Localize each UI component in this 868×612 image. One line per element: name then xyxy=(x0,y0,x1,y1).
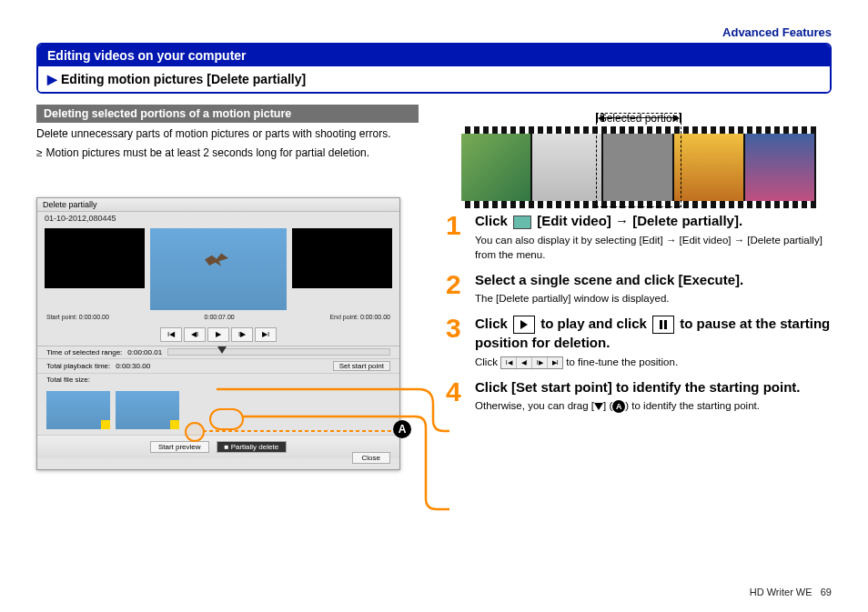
step-next-button[interactable]: I▶ xyxy=(231,327,253,342)
bullet-text: Motion pictures must be at least 2 secon… xyxy=(46,145,370,161)
window-date: 01-10-2012,080445 xyxy=(37,212,399,225)
play-button[interactable]: ▶ xyxy=(207,327,229,342)
bird-icon xyxy=(205,253,228,267)
fine-tune-controls-icon: I◀◀II▶▶I xyxy=(500,356,563,369)
footer-product: HD Writer WE xyxy=(750,587,812,597)
step-1: 1 Click [Edit video] → [Delete partially… xyxy=(446,212,832,262)
total-filesize-label: Total file size: xyxy=(46,376,90,384)
header-subtitle: ▶Editing motion pictures [Delete partial… xyxy=(38,66,830,92)
filmstrip-frame xyxy=(674,134,745,201)
triangle-down-icon xyxy=(594,403,603,410)
playback-controls: I◀ ◀I ▶ I▶ ▶I xyxy=(37,324,399,346)
intro-paragraph: Delete unnecessary parts of motion pictu… xyxy=(36,126,419,142)
frame-prev-button[interactable]: I◀ xyxy=(160,327,182,342)
bullet-icon: ≥ xyxy=(36,145,43,161)
callout-circle-button xyxy=(209,408,244,430)
marker-a-icon: A xyxy=(612,400,625,413)
range-slider[interactable] xyxy=(167,348,390,356)
step-3: 3 Click to play and click to pause at th… xyxy=(446,315,832,369)
page-header: Editing videos on your computer ▶Editing… xyxy=(36,43,832,94)
close-button[interactable]: Close xyxy=(352,452,390,464)
page-footer: HD Writer WE 69 xyxy=(750,587,832,597)
footer-page: 69 xyxy=(821,587,832,597)
end-point-label: End point: 0:00:00.00 xyxy=(329,314,390,320)
section-title: Deleting selected portions of a motion p… xyxy=(36,105,419,123)
frame-next-button[interactable]: ▶I xyxy=(255,327,277,342)
edit-video-icon xyxy=(513,216,531,229)
callout-circle-slider xyxy=(185,422,205,442)
callout-label-a: A xyxy=(393,420,411,438)
step-number: 2 xyxy=(446,271,466,306)
pause-icon xyxy=(652,316,674,334)
preview-start-frame xyxy=(45,228,145,288)
filmstrip-frame xyxy=(745,134,816,201)
triangle-icon: ▶ xyxy=(47,72,57,86)
step-prev-button[interactable]: ◀I xyxy=(184,327,206,342)
advanced-features-link[interactable]: Advanced Features xyxy=(36,25,832,39)
selected-range-label: Time of selected range: xyxy=(46,348,122,356)
partially-delete-button[interactable]: ■ Partially delete xyxy=(217,441,288,453)
start-point-label: Start point: 0:00:00.00 xyxy=(46,314,109,320)
total-playback-label: Total playback time: xyxy=(46,362,110,370)
header-subtitle-text: Editing motion pictures [Delete partiall… xyxy=(61,72,306,86)
timecode-label: 0:00:07.00 xyxy=(205,314,235,320)
step-title: Click [Edit video] → [Delete partially]. xyxy=(475,212,832,230)
window-title: Delete partially xyxy=(37,198,399,212)
preview-main-frame xyxy=(150,228,287,310)
filmstrip-diagram xyxy=(461,126,816,194)
step-description: Otherwise, you can drag [] (A) to identi… xyxy=(475,398,832,413)
step-title: Select a single scene and click [Execute… xyxy=(475,271,832,289)
start-preview-button[interactable]: Start preview xyxy=(150,441,209,453)
play-icon xyxy=(513,316,535,334)
step-title: Click to play and click to pause at the … xyxy=(475,315,832,352)
step-description: The [Delete partially] window is display… xyxy=(475,291,832,306)
set-start-point-button[interactable]: Set start point xyxy=(333,361,390,371)
step-4: 4 Click [Set start point] to identify th… xyxy=(446,378,832,414)
step-2: 2 Select a single scene and click [Execu… xyxy=(446,271,832,306)
preview-end-frame xyxy=(292,228,392,288)
total-playback-value: 0:00:30.00 xyxy=(116,362,150,370)
header-title: Editing videos on your computer xyxy=(38,45,830,66)
slider-marker-icon[interactable] xyxy=(217,346,227,354)
step-description: You can also display it by selecting [Ed… xyxy=(475,233,832,262)
selection-box xyxy=(596,113,681,207)
step-number: 1 xyxy=(446,212,466,262)
step-number: 3 xyxy=(446,315,466,369)
filmstrip-frame xyxy=(532,134,603,201)
step-description: Click I◀◀II▶▶I to fine-tune the position… xyxy=(475,355,832,369)
thumbnail-2[interactable] xyxy=(116,391,179,429)
step-number: 4 xyxy=(446,378,466,414)
selected-range-value: 0:00:00.01 xyxy=(127,348,162,356)
step-title: Click [Set start point] to identify the … xyxy=(475,378,832,396)
filmstrip-frame xyxy=(461,134,532,201)
thumbnail-1[interactable] xyxy=(46,391,110,429)
